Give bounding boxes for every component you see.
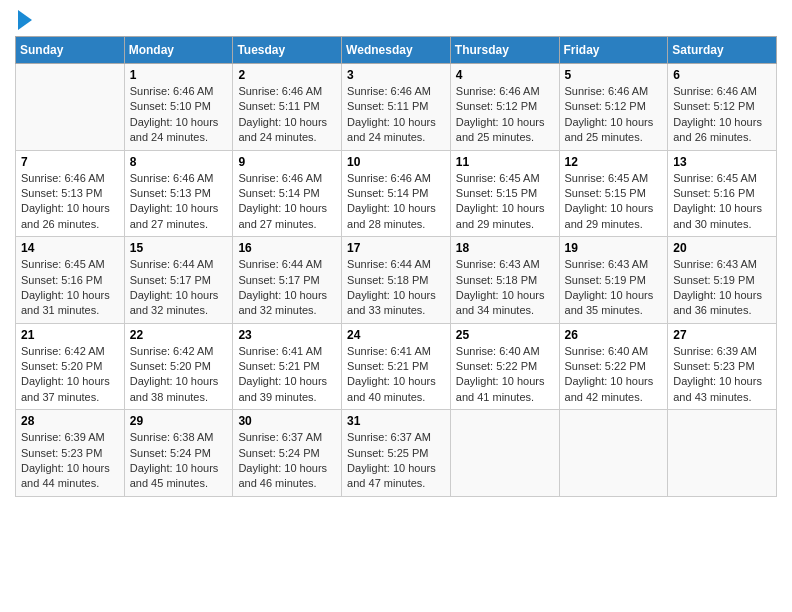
calendar-cell: 13Sunrise: 6:45 AMSunset: 5:16 PMDayligh… <box>668 150 777 237</box>
day-number: 19 <box>565 241 663 255</box>
day-number: 28 <box>21 414 119 428</box>
calendar-cell: 19Sunrise: 6:43 AMSunset: 5:19 PMDayligh… <box>559 237 668 324</box>
day-number: 8 <box>130 155 228 169</box>
page-header <box>15 10 777 30</box>
day-info: Sunrise: 6:46 AMSunset: 5:13 PMDaylight:… <box>130 171 228 233</box>
calendar-cell <box>668 410 777 497</box>
calendar-table: SundayMondayTuesdayWednesdayThursdayFrid… <box>15 36 777 497</box>
day-info: Sunrise: 6:38 AMSunset: 5:24 PMDaylight:… <box>130 430 228 492</box>
day-info: Sunrise: 6:46 AMSunset: 5:14 PMDaylight:… <box>347 171 445 233</box>
day-number: 15 <box>130 241 228 255</box>
day-info: Sunrise: 6:41 AMSunset: 5:21 PMDaylight:… <box>238 344 336 406</box>
day-info: Sunrise: 6:40 AMSunset: 5:22 PMDaylight:… <box>565 344 663 406</box>
day-number: 29 <box>130 414 228 428</box>
day-info: Sunrise: 6:39 AMSunset: 5:23 PMDaylight:… <box>21 430 119 492</box>
day-number: 25 <box>456 328 554 342</box>
day-of-week-header: Friday <box>559 37 668 64</box>
day-number: 16 <box>238 241 336 255</box>
calendar-week-row: 1Sunrise: 6:46 AMSunset: 5:10 PMDaylight… <box>16 64 777 151</box>
day-info: Sunrise: 6:37 AMSunset: 5:24 PMDaylight:… <box>238 430 336 492</box>
day-info: Sunrise: 6:41 AMSunset: 5:21 PMDaylight:… <box>347 344 445 406</box>
calendar-cell: 16Sunrise: 6:44 AMSunset: 5:17 PMDayligh… <box>233 237 342 324</box>
calendar-cell: 9Sunrise: 6:46 AMSunset: 5:14 PMDaylight… <box>233 150 342 237</box>
day-info: Sunrise: 6:46 AMSunset: 5:13 PMDaylight:… <box>21 171 119 233</box>
day-info: Sunrise: 6:46 AMSunset: 5:11 PMDaylight:… <box>238 84 336 146</box>
day-number: 10 <box>347 155 445 169</box>
day-number: 18 <box>456 241 554 255</box>
calendar-cell: 23Sunrise: 6:41 AMSunset: 5:21 PMDayligh… <box>233 323 342 410</box>
calendar-cell: 6Sunrise: 6:46 AMSunset: 5:12 PMDaylight… <box>668 64 777 151</box>
day-number: 3 <box>347 68 445 82</box>
day-info: Sunrise: 6:45 AMSunset: 5:15 PMDaylight:… <box>456 171 554 233</box>
calendar-cell: 2Sunrise: 6:46 AMSunset: 5:11 PMDaylight… <box>233 64 342 151</box>
day-number: 12 <box>565 155 663 169</box>
day-info: Sunrise: 6:37 AMSunset: 5:25 PMDaylight:… <box>347 430 445 492</box>
calendar-week-row: 21Sunrise: 6:42 AMSunset: 5:20 PMDayligh… <box>16 323 777 410</box>
day-of-week-header: Tuesday <box>233 37 342 64</box>
day-number: 13 <box>673 155 771 169</box>
day-info: Sunrise: 6:45 AMSunset: 5:16 PMDaylight:… <box>21 257 119 319</box>
calendar-cell <box>16 64 125 151</box>
day-info: Sunrise: 6:46 AMSunset: 5:14 PMDaylight:… <box>238 171 336 233</box>
day-number: 30 <box>238 414 336 428</box>
calendar-cell: 14Sunrise: 6:45 AMSunset: 5:16 PMDayligh… <box>16 237 125 324</box>
day-number: 2 <box>238 68 336 82</box>
day-number: 27 <box>673 328 771 342</box>
day-info: Sunrise: 6:42 AMSunset: 5:20 PMDaylight:… <box>130 344 228 406</box>
calendar-cell: 11Sunrise: 6:45 AMSunset: 5:15 PMDayligh… <box>450 150 559 237</box>
calendar-cell: 28Sunrise: 6:39 AMSunset: 5:23 PMDayligh… <box>16 410 125 497</box>
day-number: 24 <box>347 328 445 342</box>
calendar-cell: 21Sunrise: 6:42 AMSunset: 5:20 PMDayligh… <box>16 323 125 410</box>
calendar-cell <box>559 410 668 497</box>
calendar-cell: 30Sunrise: 6:37 AMSunset: 5:24 PMDayligh… <box>233 410 342 497</box>
day-info: Sunrise: 6:43 AMSunset: 5:19 PMDaylight:… <box>673 257 771 319</box>
calendar-cell: 12Sunrise: 6:45 AMSunset: 5:15 PMDayligh… <box>559 150 668 237</box>
day-number: 22 <box>130 328 228 342</box>
day-number: 17 <box>347 241 445 255</box>
day-of-week-header: Wednesday <box>342 37 451 64</box>
day-info: Sunrise: 6:43 AMSunset: 5:19 PMDaylight:… <box>565 257 663 319</box>
day-info: Sunrise: 6:45 AMSunset: 5:15 PMDaylight:… <box>565 171 663 233</box>
calendar-cell: 22Sunrise: 6:42 AMSunset: 5:20 PMDayligh… <box>124 323 233 410</box>
calendar-cell: 3Sunrise: 6:46 AMSunset: 5:11 PMDaylight… <box>342 64 451 151</box>
calendar-cell: 1Sunrise: 6:46 AMSunset: 5:10 PMDaylight… <box>124 64 233 151</box>
calendar-cell: 4Sunrise: 6:46 AMSunset: 5:12 PMDaylight… <box>450 64 559 151</box>
day-number: 5 <box>565 68 663 82</box>
day-number: 7 <box>21 155 119 169</box>
day-of-week-header: Monday <box>124 37 233 64</box>
day-number: 21 <box>21 328 119 342</box>
day-number: 14 <box>21 241 119 255</box>
day-info: Sunrise: 6:46 AMSunset: 5:12 PMDaylight:… <box>673 84 771 146</box>
day-of-week-header: Saturday <box>668 37 777 64</box>
day-number: 1 <box>130 68 228 82</box>
calendar-cell: 24Sunrise: 6:41 AMSunset: 5:21 PMDayligh… <box>342 323 451 410</box>
calendar-cell: 25Sunrise: 6:40 AMSunset: 5:22 PMDayligh… <box>450 323 559 410</box>
calendar-cell <box>450 410 559 497</box>
calendar-cell: 26Sunrise: 6:40 AMSunset: 5:22 PMDayligh… <box>559 323 668 410</box>
day-number: 31 <box>347 414 445 428</box>
day-info: Sunrise: 6:45 AMSunset: 5:16 PMDaylight:… <box>673 171 771 233</box>
day-info: Sunrise: 6:44 AMSunset: 5:17 PMDaylight:… <box>130 257 228 319</box>
day-number: 9 <box>238 155 336 169</box>
calendar-cell: 27Sunrise: 6:39 AMSunset: 5:23 PMDayligh… <box>668 323 777 410</box>
calendar-cell: 10Sunrise: 6:46 AMSunset: 5:14 PMDayligh… <box>342 150 451 237</box>
calendar-cell: 5Sunrise: 6:46 AMSunset: 5:12 PMDaylight… <box>559 64 668 151</box>
day-info: Sunrise: 6:44 AMSunset: 5:18 PMDaylight:… <box>347 257 445 319</box>
day-number: 6 <box>673 68 771 82</box>
calendar-cell: 29Sunrise: 6:38 AMSunset: 5:24 PMDayligh… <box>124 410 233 497</box>
day-info: Sunrise: 6:43 AMSunset: 5:18 PMDaylight:… <box>456 257 554 319</box>
calendar-cell: 7Sunrise: 6:46 AMSunset: 5:13 PMDaylight… <box>16 150 125 237</box>
calendar-cell: 17Sunrise: 6:44 AMSunset: 5:18 PMDayligh… <box>342 237 451 324</box>
day-number: 26 <box>565 328 663 342</box>
day-info: Sunrise: 6:46 AMSunset: 5:10 PMDaylight:… <box>130 84 228 146</box>
day-number: 4 <box>456 68 554 82</box>
day-number: 23 <box>238 328 336 342</box>
day-info: Sunrise: 6:39 AMSunset: 5:23 PMDaylight:… <box>673 344 771 406</box>
day-info: Sunrise: 6:40 AMSunset: 5:22 PMDaylight:… <box>456 344 554 406</box>
calendar-cell: 18Sunrise: 6:43 AMSunset: 5:18 PMDayligh… <box>450 237 559 324</box>
logo <box>15 10 32 30</box>
day-info: Sunrise: 6:44 AMSunset: 5:17 PMDaylight:… <box>238 257 336 319</box>
calendar-cell: 31Sunrise: 6:37 AMSunset: 5:25 PMDayligh… <box>342 410 451 497</box>
day-number: 20 <box>673 241 771 255</box>
day-info: Sunrise: 6:46 AMSunset: 5:12 PMDaylight:… <box>565 84 663 146</box>
